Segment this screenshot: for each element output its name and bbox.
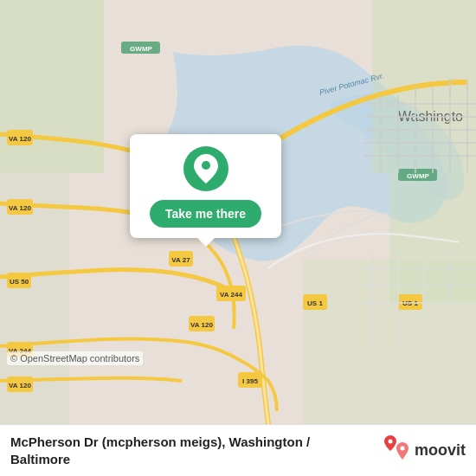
bottom-info-bar: McPherson Dr (mcpherson meigs), Washingt… [0, 424, 476, 476]
svg-text:US 50: US 50 [10, 278, 29, 286]
svg-point-54 [400, 446, 404, 450]
svg-text:US 1: US 1 [307, 299, 323, 307]
svg-text:VA 120: VA 120 [9, 382, 31, 389]
svg-point-53 [388, 439, 392, 443]
svg-text:VA 120: VA 120 [9, 135, 31, 143]
map-attribution: © OpenStreetMap contributors [7, 351, 143, 365]
location-info: McPherson Dr (mcpherson meigs), Washingt… [10, 434, 310, 467]
svg-text:GWMP: GWMP [407, 172, 429, 180]
map-container: GWMP GWMP VA 120 VA 120 US 50 VA 244 V [0, 0, 476, 424]
svg-rect-1 [0, 0, 104, 173]
svg-text:VA 244: VA 244 [220, 291, 242, 299]
map-pin-icon [183, 146, 228, 191]
svg-text:GWMP: GWMP [130, 45, 152, 53]
take-me-there-button[interactable]: Take me there [150, 200, 261, 228]
location-title: McPherson Dr (mcpherson meigs), Washingt… [10, 434, 310, 467]
moovit-logo: moovit [383, 435, 466, 466]
moovit-pins-icon [383, 435, 411, 466]
svg-point-52 [202, 161, 210, 170]
svg-text:VA 120: VA 120 [9, 204, 31, 212]
moovit-brand-text: moovit [415, 441, 466, 460]
svg-text:I 395: I 395 [242, 377, 258, 385]
location-popup: Take me there [130, 134, 281, 238]
svg-text:VA 120: VA 120 [190, 321, 213, 329]
svg-text:VA 27: VA 27 [171, 256, 190, 264]
